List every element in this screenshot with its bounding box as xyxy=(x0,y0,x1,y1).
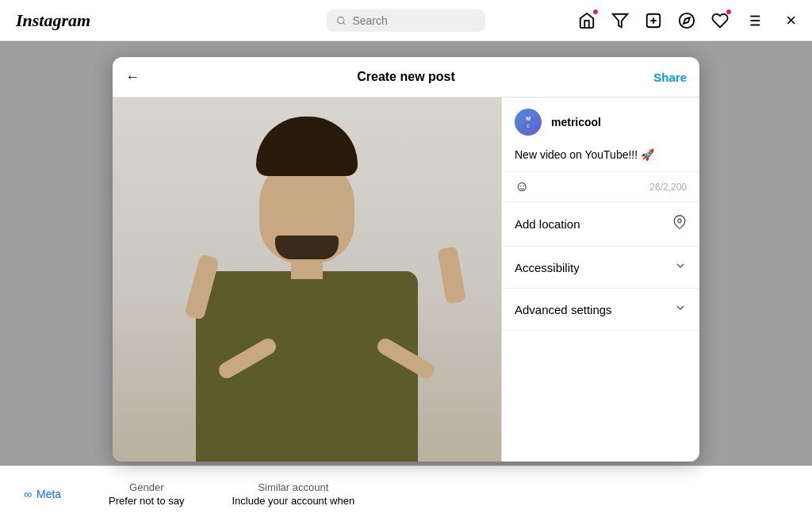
modal-body: M C metricool New video on YouTube!!! 🚀 … xyxy=(113,98,699,462)
caption-area: New video on YouTube!!! 🚀 xyxy=(502,147,699,171)
location-icon xyxy=(672,215,687,233)
search-input[interactable] xyxy=(352,14,476,27)
svg-marker-1 xyxy=(613,13,627,27)
svg-point-13 xyxy=(678,219,682,223)
post-image xyxy=(113,98,501,462)
search-icon xyxy=(336,15,346,26)
create-post-modal: ← Create new post Share xyxy=(113,57,699,462)
gender-value: Prefer not to say xyxy=(109,495,184,507)
post-details-panel: M C metricool New video on YouTube!!! 🚀 … xyxy=(501,98,699,462)
nav-bar: Instagram xyxy=(0,0,812,41)
filter-icon[interactable] xyxy=(611,12,629,29)
gender-label: Gender xyxy=(129,481,163,493)
add-location-label: Add location xyxy=(515,217,580,231)
account-name: metricool xyxy=(551,116,601,128)
advanced-settings-chevron-icon xyxy=(674,301,687,317)
char-count: 26/2,200 xyxy=(649,182,687,193)
explore-icon[interactable] xyxy=(678,12,695,29)
bottom-bar: ∞ Meta Gender Prefer not to say Similar … xyxy=(0,465,812,521)
account-avatar: M C xyxy=(515,109,542,136)
options-list: Add location Accessibility xyxy=(502,202,699,462)
instagram-logo: Instagram xyxy=(16,10,90,31)
profile-icon[interactable] xyxy=(745,12,762,29)
similar-account-value: Include your account when xyxy=(232,495,355,507)
search-bar[interactable] xyxy=(327,10,485,32)
emoji-button[interactable]: ☺ xyxy=(515,178,529,195)
svg-point-0 xyxy=(338,17,344,23)
caption-text: New video on YouTube!!! 🚀 xyxy=(515,148,654,161)
gender-item: Gender Prefer not to say xyxy=(109,481,184,507)
advanced-settings-option[interactable]: Advanced settings xyxy=(502,289,699,331)
account-info: M C metricool xyxy=(502,98,699,147)
advanced-settings-label: Advanced settings xyxy=(515,303,612,316)
modal-header: ← Create new post Share xyxy=(113,57,699,98)
meta-symbol: ∞ xyxy=(24,488,32,500)
svg-point-5 xyxy=(680,13,694,27)
meta-logo: ∞ Meta xyxy=(24,488,61,500)
svg-marker-6 xyxy=(684,17,690,24)
close-button[interactable]: × xyxy=(786,10,796,31)
similar-account-label: Similar account xyxy=(258,481,328,493)
add-location-option[interactable]: Add location xyxy=(502,202,699,247)
nav-icons: × xyxy=(578,10,796,31)
caption-counter: ☺ 26/2,200 xyxy=(502,171,699,202)
page-background: ← Create new post Share xyxy=(0,41,812,521)
home-icon[interactable] xyxy=(578,12,596,29)
share-button[interactable]: Share xyxy=(653,71,687,84)
accessibility-option[interactable]: Accessibility xyxy=(502,247,699,289)
modal-title: Create new post xyxy=(357,70,455,84)
meta-label: Meta xyxy=(36,488,61,500)
accessibility-chevron-icon xyxy=(674,259,687,275)
accessibility-label: Accessibility xyxy=(515,261,580,274)
image-panel xyxy=(113,98,501,462)
similar-account-item: Similar account Include your account whe… xyxy=(232,481,355,507)
heart-icon[interactable] xyxy=(711,12,729,29)
back-button[interactable]: ← xyxy=(125,69,140,86)
add-icon[interactable] xyxy=(645,12,662,29)
